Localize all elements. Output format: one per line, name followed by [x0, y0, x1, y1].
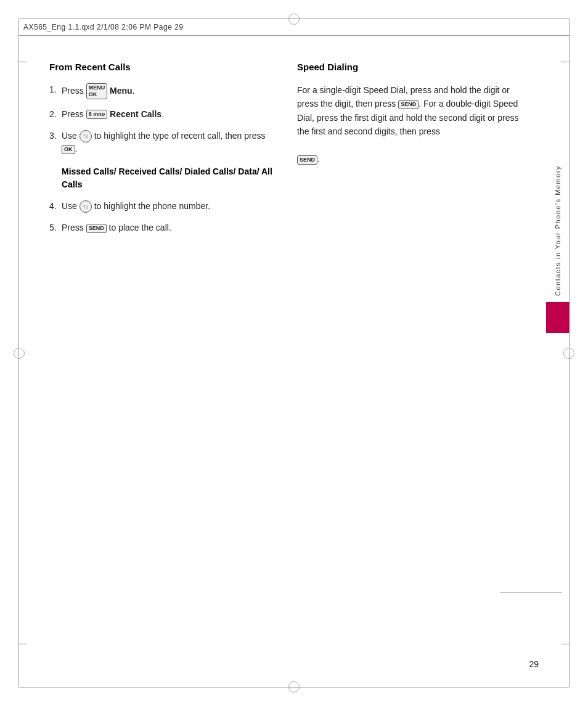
right-section-heading: Speed Dialing — [297, 62, 520, 72]
tick-left-bottom — [18, 644, 27, 644]
6mno-icon: 6 mno — [86, 110, 108, 119]
nav-icon-1: ↑↓ — [80, 130, 92, 142]
step-4-content: Use ↑↓ to highlight the phone number. — [62, 200, 272, 213]
step-5-number: 5. — [49, 221, 62, 234]
sidebar-text: Contacts in Your Phone's Memory — [554, 160, 561, 296]
tick-left-top — [18, 62, 27, 62]
sub-list-content: Missed Calls/ Received Calls/ Dialed Cal… — [62, 165, 272, 191]
nav-icon-2: ↑↓ — [80, 200, 92, 213]
sidebar-tab: Contacts in Your Phone's Memory — [546, 160, 570, 321]
send-icon-right-2: SEND — [297, 155, 317, 165]
step-1-number: 1. — [49, 83, 62, 96]
step-2-number: 2. — [49, 108, 62, 121]
sub-list: Missed Calls/ Received Calls/ Dialed Cal… — [49, 164, 272, 191]
divider-line — [500, 592, 561, 593]
menu-ok-icon: MENUOK — [86, 83, 108, 99]
left-section-heading: From Recent Calls — [49, 62, 272, 72]
header-text: AX565_Eng 1.1.qxd 2/1/08 2:06 PM Page 29 — [23, 23, 184, 31]
send-icon-left: SEND — [86, 224, 107, 233]
sidebar-pink-bar — [546, 302, 570, 333]
step-5: 5. Press SEND to place the call. — [49, 221, 272, 234]
page-number: 29 — [529, 659, 539, 669]
step-1: 1. Press MENUOK Menu. — [49, 83, 272, 99]
header-bar: AX565_Eng 1.1.qxd 2/1/08 2:06 PM Page 29 — [18, 18, 570, 36]
step-2-content: Press 6 mno Recent Calls. — [62, 108, 272, 121]
tick-right-top — [561, 62, 570, 62]
step-2: 2. Press 6 mno Recent Calls. — [49, 108, 272, 121]
columns: From Recent Calls 1. Press MENUOK Menu. … — [49, 62, 520, 243]
step-1-content: Press MENUOK Menu. — [62, 83, 272, 99]
step-3: 3. Use ↑↓ to highlight the type of recen… — [49, 129, 272, 155]
step-4-number: 4. — [49, 200, 62, 213]
tick-right-bottom — [561, 644, 570, 644]
step-3-number: 3. — [49, 129, 62, 142]
send-icon-right-1: SEND — [398, 100, 419, 109]
left-column: From Recent Calls 1. Press MENUOK Menu. … — [49, 62, 272, 243]
step-5-content: Press SEND to place the call. — [62, 221, 272, 234]
speed-dial-paragraph: For a single-digit Speed Dial, press and… — [297, 83, 520, 166]
right-column: Speed Dialing For a single-digit Speed D… — [297, 62, 520, 243]
step-4: 4. Use ↑↓ to highlight the phone number. — [49, 200, 272, 213]
ok-icon-1: OK — [62, 145, 75, 154]
step-3-content: Use ↑↓ to highlight the type of recent c… — [62, 129, 272, 155]
content-area: From Recent Calls 1. Press MENUOK Menu. … — [49, 62, 520, 632]
